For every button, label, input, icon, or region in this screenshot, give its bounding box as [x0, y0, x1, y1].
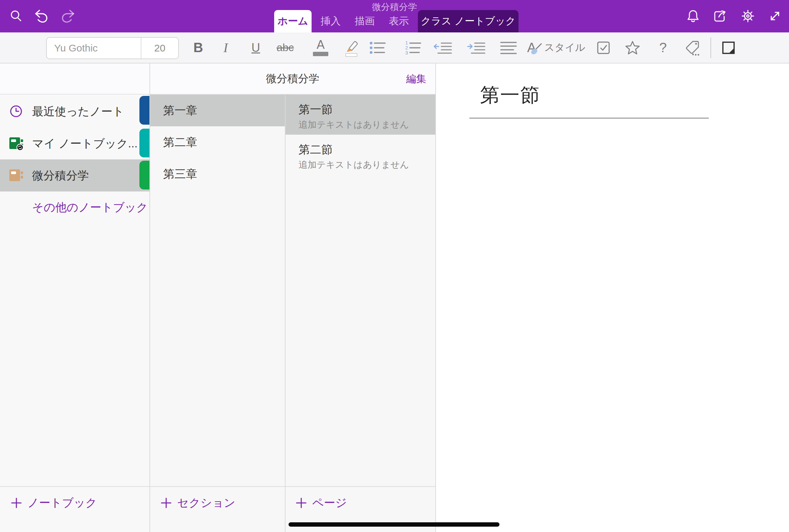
italic-glyph: I	[223, 40, 228, 55]
numbered-list-button[interactable]: 1 2 3	[399, 33, 428, 63]
gear-icon	[740, 8, 756, 24]
plus-icon	[295, 497, 307, 509]
sidebar-item-label: 最近使ったノート	[32, 95, 124, 127]
clock-icon	[9, 104, 23, 119]
divider-pages-content	[435, 63, 436, 532]
sidebar-item-label: マイ ノートブック...	[32, 127, 137, 159]
add-section-label: セクション	[177, 495, 236, 511]
important-tag-button[interactable]	[618, 33, 647, 63]
tab-draw-label: 描画	[355, 14, 375, 28]
sidebar-item-label: 微分積分学	[32, 159, 89, 191]
tab-insert-label: 挿入	[321, 14, 341, 28]
outdent-icon	[433, 40, 453, 55]
tab-home[interactable]: ホーム	[274, 10, 312, 33]
alignment-button[interactable]	[494, 33, 523, 63]
strikethrough-glyph: abc	[277, 41, 294, 54]
divider-sections-pages	[285, 95, 285, 532]
styles-label: スタイル	[544, 41, 585, 55]
plus-icon	[160, 497, 172, 509]
section-label: 第三章	[163, 158, 197, 190]
underline-button[interactable]: U	[241, 33, 270, 63]
redo-button[interactable]	[57, 4, 80, 28]
font-picker[interactable]: Yu Gothic 20	[46, 37, 179, 59]
share-icon	[712, 8, 728, 24]
notebook-icon-tan	[9, 168, 23, 183]
section-label: 第一章	[163, 95, 197, 126]
strikethrough-button[interactable]: abc	[271, 33, 300, 63]
italic-button[interactable]: I	[211, 33, 240, 63]
font-size-value[interactable]: 20	[142, 42, 178, 54]
numbered-list-icon: 1 2 3	[405, 40, 423, 55]
section-item-chapter3[interactable]: 第三章	[150, 158, 285, 190]
search-button[interactable]	[4, 4, 28, 28]
undo-button[interactable]	[29, 4, 53, 28]
tab-insert[interactable]: 挿入	[320, 10, 342, 33]
checkbox-icon	[596, 40, 611, 55]
underline-glyph: U	[251, 41, 260, 55]
add-notebook-button[interactable]: ノートブック	[11, 494, 97, 512]
share-button[interactable]	[708, 4, 732, 28]
page-canvas[interactable]	[436, 63, 789, 532]
more-tags-button[interactable]	[678, 33, 707, 63]
plus-icon	[11, 497, 22, 509]
sidebar-item-calculus[interactable]: 微分積分学	[0, 159, 150, 191]
question-tag-button[interactable]: ?	[649, 33, 677, 63]
section-label: 第二章	[163, 126, 197, 158]
bullet-list-button[interactable]	[364, 33, 393, 63]
indent-button[interactable]	[462, 33, 491, 63]
page-title-label: 第一節	[299, 102, 333, 117]
notifications-button[interactable]	[681, 4, 705, 28]
styles-button[interactable]: A スタイル	[524, 33, 585, 63]
tab-view-label: 表示	[389, 14, 409, 28]
add-page-label: ページ	[312, 495, 347, 511]
tab-draw[interactable]: 描画	[354, 10, 376, 33]
tag-icon	[684, 39, 701, 56]
tab-class-notebook-label: クラス ノートブック	[421, 14, 516, 28]
font-color-glyph: A	[317, 39, 325, 51]
bottom-bar-divider	[0, 486, 436, 487]
highlighter-icon	[341, 38, 361, 57]
home-indicator[interactable]	[288, 522, 500, 527]
edit-button[interactable]: 編集	[393, 63, 426, 94]
add-notebook-label: ノートブック	[27, 495, 97, 511]
settings-button[interactable]	[736, 4, 759, 28]
notebook-icon-green	[9, 136, 23, 151]
notebook-color-tab-green	[139, 161, 150, 189]
bullet-list-icon	[369, 40, 388, 55]
undo-icon	[33, 8, 49, 24]
page-item-section1[interactable]: 第一節 追加テキストはありません	[285, 95, 436, 135]
more-notebooks-link[interactable]: その他のノートブック	[32, 199, 148, 215]
tab-class-notebook[interactable]: クラス ノートブック	[418, 10, 519, 33]
tab-view[interactable]: 表示	[388, 10, 410, 33]
notebook-color-tab-teal	[139, 129, 150, 157]
indent-icon	[467, 40, 486, 55]
bold-button[interactable]: B	[184, 33, 213, 63]
add-section-button[interactable]: セクション	[160, 494, 236, 512]
highlighter-button[interactable]	[337, 33, 365, 63]
page-item-section2[interactable]: 第二節 追加テキストはありません	[285, 135, 436, 175]
font-color-swatch	[313, 52, 328, 56]
outdent-button[interactable]	[429, 33, 457, 63]
sidebar-item-my-notebook[interactable]: マイ ノートブック...	[0, 127, 150, 159]
add-page-button[interactable]: ページ	[295, 494, 347, 512]
section-item-chapter1[interactable]: 第一章	[150, 95, 285, 126]
onenote-app: 微分積分学 ホーム 挿入	[0, 0, 789, 532]
section-item-chapter2[interactable]: 第二章	[150, 126, 285, 158]
font-name-value[interactable]: Yu Gothic	[47, 42, 141, 54]
sidebar-item-recent-notes[interactable]: 最近使ったノート	[0, 95, 150, 127]
alignment-icon	[500, 40, 517, 55]
fullscreen-button[interactable]	[763, 4, 787, 28]
page-canvas-title[interactable]: 第一節	[480, 82, 540, 108]
page-corner-icon	[721, 40, 736, 55]
bold-glyph: B	[193, 40, 203, 55]
star-icon	[624, 39, 641, 56]
tab-home-label: ホーム	[278, 14, 308, 28]
question-glyph: ?	[659, 40, 666, 55]
resize-diagonal-icon	[767, 8, 783, 24]
page-panel-button[interactable]	[714, 33, 743, 63]
divider-sidebar-sections	[149, 63, 150, 532]
todo-tag-button[interactable]	[589, 33, 618, 63]
brush-icon	[529, 43, 542, 56]
page-subtitle-label: 追加テキストはありません	[299, 119, 409, 131]
font-color-button[interactable]: A	[306, 33, 335, 63]
